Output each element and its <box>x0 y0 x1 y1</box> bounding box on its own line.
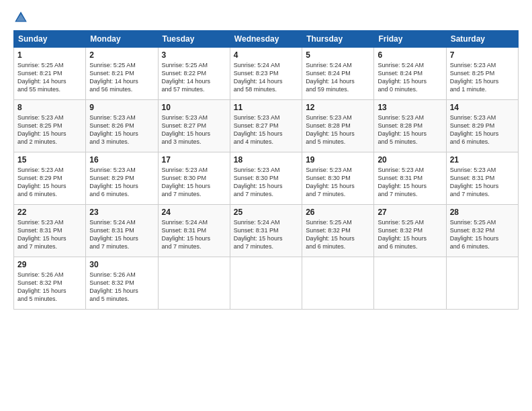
cell-info: Sunrise: 5:23 AM Sunset: 8:28 PM Dayligh… <box>306 113 370 146</box>
cell-info: Sunrise: 5:24 AM Sunset: 8:31 PM Dayligh… <box>234 218 298 251</box>
cell-info: Sunrise: 5:24 AM Sunset: 8:31 PM Dayligh… <box>162 218 226 251</box>
day-cell: 12Sunrise: 5:23 AM Sunset: 8:28 PM Dayli… <box>302 100 374 152</box>
week-row-1: 1Sunrise: 5:25 AM Sunset: 8:21 PM Daylig… <box>14 48 519 100</box>
day-cell: 10Sunrise: 5:23 AM Sunset: 8:27 PM Dayli… <box>158 100 230 152</box>
cell-info: Sunrise: 5:23 AM Sunset: 8:31 PM Dayligh… <box>17 218 82 251</box>
day-number: 8 <box>17 103 82 112</box>
logo-icon <box>13 10 28 25</box>
cell-info: Sunrise: 5:23 AM Sunset: 8:27 PM Dayligh… <box>162 113 226 146</box>
day-number: 23 <box>89 208 154 217</box>
day-cell: 1Sunrise: 5:25 AM Sunset: 8:21 PM Daylig… <box>14 48 86 100</box>
week-row-2: 8Sunrise: 5:23 AM Sunset: 8:25 PM Daylig… <box>14 100 519 152</box>
cell-info: Sunrise: 5:25 AM Sunset: 8:22 PM Dayligh… <box>162 61 226 94</box>
day-number: 30 <box>89 260 154 269</box>
day-cell: 13Sunrise: 5:23 AM Sunset: 8:28 PM Dayli… <box>374 100 446 152</box>
day-number: 26 <box>306 208 370 217</box>
day-cell: 11Sunrise: 5:23 AM Sunset: 8:27 PM Dayli… <box>230 100 302 152</box>
day-cell: 16Sunrise: 5:23 AM Sunset: 8:29 PM Dayli… <box>86 152 158 205</box>
cell-info: Sunrise: 5:25 AM Sunset: 8:21 PM Dayligh… <box>89 61 154 94</box>
day-cell: 22Sunrise: 5:23 AM Sunset: 8:31 PM Dayli… <box>14 205 86 257</box>
cell-info: Sunrise: 5:23 AM Sunset: 8:28 PM Dayligh… <box>378 113 442 146</box>
day-cell: 4Sunrise: 5:24 AM Sunset: 8:23 PM Daylig… <box>230 48 302 100</box>
cell-info: Sunrise: 5:26 AM Sunset: 8:32 PM Dayligh… <box>17 271 82 304</box>
logo <box>13 10 31 25</box>
cell-info: Sunrise: 5:23 AM Sunset: 8:30 PM Dayligh… <box>306 166 370 199</box>
day-number: 9 <box>89 103 154 112</box>
day-number: 11 <box>234 103 298 112</box>
day-number: 2 <box>89 50 154 60</box>
cell-info: Sunrise: 5:23 AM Sunset: 8:25 PM Dayligh… <box>450 61 515 94</box>
cell-info: Sunrise: 5:24 AM Sunset: 8:23 PM Dayligh… <box>234 61 298 94</box>
day-number: 1 <box>17 50 82 60</box>
week-row-3: 15Sunrise: 5:23 AM Sunset: 8:29 PM Dayli… <box>14 152 519 205</box>
header-row: SundayMondayTuesdayWednesdayThursdayFrid… <box>14 31 519 48</box>
cell-info: Sunrise: 5:23 AM Sunset: 8:26 PM Dayligh… <box>89 113 154 146</box>
col-header-wednesday: Wednesday <box>230 31 302 48</box>
day-cell: 15Sunrise: 5:23 AM Sunset: 8:29 PM Dayli… <box>14 152 86 205</box>
day-cell <box>158 257 230 310</box>
cell-info: Sunrise: 5:24 AM Sunset: 8:24 PM Dayligh… <box>378 61 442 94</box>
cell-info: Sunrise: 5:24 AM Sunset: 8:24 PM Dayligh… <box>306 61 370 94</box>
day-number: 18 <box>234 155 298 165</box>
day-cell: 8Sunrise: 5:23 AM Sunset: 8:25 PM Daylig… <box>14 100 86 152</box>
day-number: 16 <box>89 155 154 165</box>
day-cell <box>230 257 302 310</box>
day-number: 17 <box>162 155 226 165</box>
col-header-friday: Friday <box>374 31 446 48</box>
cell-info: Sunrise: 5:25 AM Sunset: 8:32 PM Dayligh… <box>378 218 442 251</box>
day-number: 13 <box>378 103 442 112</box>
col-header-tuesday: Tuesday <box>158 31 230 48</box>
cell-info: Sunrise: 5:24 AM Sunset: 8:31 PM Dayligh… <box>89 218 154 251</box>
cell-info: Sunrise: 5:23 AM Sunset: 8:25 PM Dayligh… <box>17 113 82 146</box>
cell-info: Sunrise: 5:23 AM Sunset: 8:27 PM Dayligh… <box>234 113 298 146</box>
day-number: 3 <box>162 50 226 60</box>
day-number: 10 <box>162 103 226 112</box>
day-number: 24 <box>162 208 226 217</box>
cell-info: Sunrise: 5:25 AM Sunset: 8:32 PM Dayligh… <box>306 218 370 251</box>
day-cell: 24Sunrise: 5:24 AM Sunset: 8:31 PM Dayli… <box>158 205 230 257</box>
day-cell: 20Sunrise: 5:23 AM Sunset: 8:31 PM Dayli… <box>374 152 446 205</box>
day-number: 15 <box>17 155 82 165</box>
day-cell: 27Sunrise: 5:25 AM Sunset: 8:32 PM Dayli… <box>374 205 446 257</box>
day-cell: 19Sunrise: 5:23 AM Sunset: 8:30 PM Dayli… <box>302 152 374 205</box>
day-cell: 26Sunrise: 5:25 AM Sunset: 8:32 PM Dayli… <box>302 205 374 257</box>
col-header-saturday: Saturday <box>446 31 518 48</box>
day-cell: 29Sunrise: 5:26 AM Sunset: 8:32 PM Dayli… <box>14 257 86 310</box>
page: SundayMondayTuesdayWednesdayThursdayFrid… <box>0 0 532 411</box>
day-cell: 28Sunrise: 5:25 AM Sunset: 8:32 PM Dayli… <box>446 205 518 257</box>
day-cell: 17Sunrise: 5:23 AM Sunset: 8:30 PM Dayli… <box>158 152 230 205</box>
day-number: 21 <box>450 155 515 165</box>
cell-info: Sunrise: 5:23 AM Sunset: 8:31 PM Dayligh… <box>378 166 442 199</box>
calendar-table: SundayMondayTuesdayWednesdayThursdayFrid… <box>13 30 519 310</box>
week-row-5: 29Sunrise: 5:26 AM Sunset: 8:32 PM Dayli… <box>14 257 519 310</box>
day-cell: 9Sunrise: 5:23 AM Sunset: 8:26 PM Daylig… <box>86 100 158 152</box>
day-number: 29 <box>17 260 82 269</box>
day-number: 28 <box>450 208 515 217</box>
day-cell: 25Sunrise: 5:24 AM Sunset: 8:31 PM Dayli… <box>230 205 302 257</box>
day-number: 25 <box>234 208 298 217</box>
day-number: 14 <box>450 103 515 112</box>
header-area <box>13 10 519 25</box>
day-number: 22 <box>17 208 82 217</box>
cell-info: Sunrise: 5:25 AM Sunset: 8:32 PM Dayligh… <box>450 218 515 251</box>
col-header-sunday: Sunday <box>14 31 86 48</box>
col-header-monday: Monday <box>86 31 158 48</box>
col-header-thursday: Thursday <box>302 31 374 48</box>
day-cell: 6Sunrise: 5:24 AM Sunset: 8:24 PM Daylig… <box>374 48 446 100</box>
day-number: 5 <box>306 50 370 60</box>
day-number: 20 <box>378 155 442 165</box>
day-cell: 14Sunrise: 5:23 AM Sunset: 8:29 PM Dayli… <box>446 100 518 152</box>
day-number: 27 <box>378 208 442 217</box>
day-number: 19 <box>306 155 370 165</box>
cell-info: Sunrise: 5:23 AM Sunset: 8:30 PM Dayligh… <box>162 166 226 199</box>
day-number: 7 <box>450 50 515 60</box>
day-cell: 18Sunrise: 5:23 AM Sunset: 8:30 PM Dayli… <box>230 152 302 205</box>
day-cell: 2Sunrise: 5:25 AM Sunset: 8:21 PM Daylig… <box>86 48 158 100</box>
day-cell: 5Sunrise: 5:24 AM Sunset: 8:24 PM Daylig… <box>302 48 374 100</box>
cell-info: Sunrise: 5:23 AM Sunset: 8:30 PM Dayligh… <box>234 166 298 199</box>
day-cell <box>374 257 446 310</box>
day-number: 12 <box>306 103 370 112</box>
day-cell: 3Sunrise: 5:25 AM Sunset: 8:22 PM Daylig… <box>158 48 230 100</box>
cell-info: Sunrise: 5:23 AM Sunset: 8:29 PM Dayligh… <box>89 166 154 199</box>
day-cell: 23Sunrise: 5:24 AM Sunset: 8:31 PM Dayli… <box>86 205 158 257</box>
